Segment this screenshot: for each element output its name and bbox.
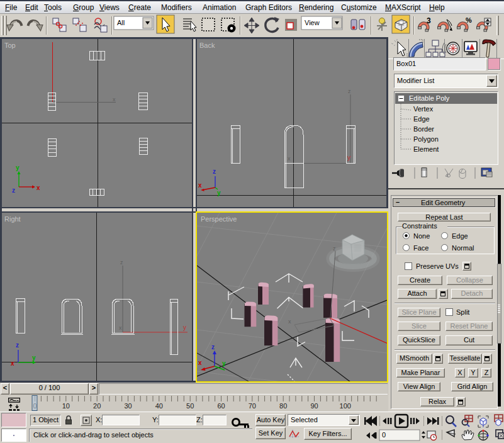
svg-text:All: All [117,19,125,26]
svg-text:Border: Border [413,125,434,133]
svg-text:y: y [222,360,226,367]
svg-text:80: 80 [279,402,287,410]
svg-text:Right: Right [4,215,21,223]
svg-text:Vertex: Vertex [413,105,434,113]
svg-text:70: 70 [249,402,256,410]
svg-text:View: View [305,19,320,26]
svg-text:y: y [347,154,350,161]
svg-text:z: z [16,342,19,349]
svg-text:y: y [217,189,221,196]
svg-text:40: 40 [155,402,163,410]
svg-text:z: z [211,344,215,350]
svg-text:y: y [32,354,36,361]
svg-text:Top: Top [4,42,16,49]
svg-text:30: 30 [124,402,132,410]
svg-text:Element: Element [413,145,439,153]
svg-text:3: 3 [427,16,431,25]
svg-text:x: x [198,182,202,189]
svg-text:Polygon: Polygon [413,135,439,143]
svg-text:z: z [348,88,351,94]
svg-text:z: z [120,259,123,266]
svg-text:x: x [11,360,14,367]
svg-text:z: z [213,168,216,175]
svg-text:x: x [288,155,291,162]
svg-text:60: 60 [217,402,225,410]
svg-text:x: x [113,96,116,103]
svg-text:Edge: Edge [413,115,430,123]
svg-text:90: 90 [310,402,318,410]
svg-text:20: 20 [93,402,101,410]
svg-text:x: x [36,184,40,191]
svg-text:z: z [12,187,15,194]
svg-text:x: x [198,359,202,366]
svg-text:%: % [466,16,472,24]
svg-text:Back: Back [199,42,215,49]
svg-text:50: 50 [186,402,194,410]
svg-text:10: 10 [62,402,70,410]
svg-text:x: x [288,318,291,325]
svg-text:y: y [16,164,20,171]
svg-text:100: 100 [340,402,351,410]
svg-text:y: y [183,324,186,331]
svg-text:Perspective: Perspective [201,215,237,223]
svg-text:x: x [119,325,122,331]
svg-text:0: 0 [382,431,386,439]
svg-text:z: z [333,245,336,252]
